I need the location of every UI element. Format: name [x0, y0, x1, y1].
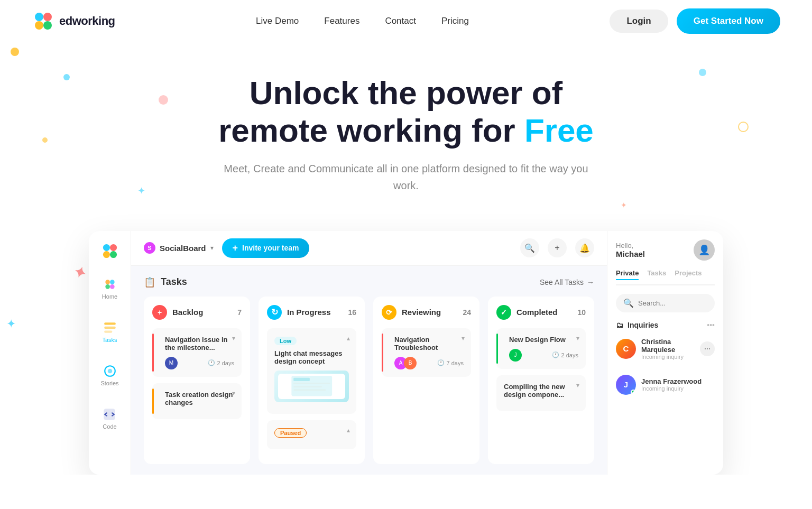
dashboard-preview: Home Tasks Stories	[89, 231, 723, 475]
tasks-header: 📋 Tasks See All Tasks →	[144, 276, 594, 288]
app-header: S SocialBoard ▾ + Invite your team 🔍 + 🔔	[131, 231, 607, 266]
backlog-title: Backlog	[172, 308, 203, 317]
card-avatar: J	[509, 349, 522, 362]
hero-line1: Unlock the power of	[250, 75, 562, 111]
task-card: Compiling the new design compone... ▾	[496, 375, 586, 411]
card-title: Compiling the new design compone...	[504, 383, 578, 399]
notifications-button[interactable]: 🔔	[575, 238, 594, 257]
stories-icon	[103, 364, 117, 378]
panel-hello: Hello,	[616, 242, 645, 249]
contact-name-2: Jenna Frazerwood	[641, 377, 715, 385]
workspace-name: SocialBoard	[160, 244, 206, 253]
kanban-column-completed: ✓ Completed 10 New Design Flow J 🕐	[488, 297, 594, 464]
card-chevron-icon[interactable]: ▴	[347, 427, 350, 434]
reviewing-count: 24	[463, 308, 471, 317]
inquiries-title: 🗂 Inquiries	[616, 321, 658, 329]
hero-line2: remote working for	[218, 112, 524, 149]
inquiry-item: J Jenna Frazerwood Incoming inquiry	[616, 375, 715, 395]
card-chevron-icon[interactable]: ▴	[347, 335, 350, 342]
card-time: 🕐 7 days	[437, 359, 464, 366]
workspace-selector[interactable]: S SocialBoard ▾	[144, 242, 214, 254]
nav-link-features[interactable]: Features	[324, 16, 359, 26]
task-card: Low ▴ Light chat messages design concept	[267, 328, 356, 414]
panel-greeting: Hello, Michael	[616, 242, 645, 258]
tasks-title-text: Tasks	[161, 276, 187, 288]
contact-action-icon-1[interactable]: ⋯	[700, 341, 715, 356]
card-time: 🕐 2 days	[208, 359, 234, 366]
inquiry-avatar-2: J	[616, 375, 636, 395]
card-footer: A B 🕐 7 days	[389, 357, 464, 369]
nav-link-pricing[interactable]: Pricing	[441, 16, 469, 26]
task-card: Paused ▴	[267, 420, 356, 449]
tasks-icon	[103, 321, 117, 335]
svg-point-4	[103, 244, 109, 251]
inprogress-title: In Progress	[287, 308, 331, 317]
sidebar-item-tasks[interactable]: Tasks	[98, 317, 121, 347]
see-all-label: See All Tasks	[540, 278, 584, 286]
inprogress-count: 16	[348, 308, 356, 317]
col-header-inprogress: ↻ In Progress 16	[267, 305, 356, 320]
card-chevron-icon[interactable]: ▾	[462, 335, 465, 342]
hero-free: Free	[524, 112, 594, 149]
inquiries-title-text: Inquiries	[628, 321, 658, 329]
add-button[interactable]: +	[548, 238, 567, 257]
svg-point-8	[105, 280, 110, 284]
card-footer: M 🕐 2 days	[160, 357, 234, 369]
card-avatar-2: B	[404, 357, 417, 369]
sidebar-item-code[interactable]: Code	[98, 403, 121, 434]
card-title: Navigation Troubleshoot	[389, 336, 464, 351]
panel-tab-private[interactable]: Private	[616, 269, 639, 280]
time-label: 7 days	[447, 360, 464, 366]
invite-plus-icon: +	[233, 243, 238, 254]
invite-label: Invite your team	[242, 244, 299, 252]
panel-tab-tasks[interactable]: Tasks	[647, 269, 666, 280]
sidebar-item-home[interactable]: Home	[98, 273, 122, 304]
sidebar-logo-icon	[100, 242, 119, 261]
contact-name-1: Christina Marquiese	[641, 338, 695, 354]
logo[interactable]: edworking	[32, 10, 115, 33]
home-icon	[103, 277, 117, 291]
svg-point-2	[35, 21, 43, 30]
svg-point-1	[43, 13, 52, 21]
card-avatars: A B	[394, 357, 417, 369]
card-chevron-icon[interactable]: ▾	[232, 335, 235, 342]
panel-search[interactable]: 🔍	[616, 294, 715, 312]
inquiries-menu-icon[interactable]: •••	[707, 321, 715, 329]
sidebar-label-code: Code	[103, 423, 116, 430]
login-button[interactable]: Login	[610, 10, 668, 33]
inprogress-col-icon: ↻	[267, 305, 282, 320]
app-sidebar: Home Tasks Stories	[89, 231, 131, 475]
card-chevron-icon[interactable]: ▾	[232, 390, 235, 397]
card-chevron-icon[interactable]: ▾	[576, 335, 579, 342]
panel-tab-projects[interactable]: Projects	[675, 269, 702, 280]
card-title: Task creation design changes	[160, 391, 234, 406]
sidebar-item-stories[interactable]: Stories	[96, 360, 123, 391]
card-title: New Design Flow	[504, 336, 578, 344]
svg-point-3	[43, 21, 52, 30]
time-label: 2 days	[561, 352, 578, 358]
nav-link-livedemo[interactable]: Live Demo	[256, 16, 299, 26]
card-accent	[152, 334, 154, 372]
workspace-chevron-icon: ▾	[210, 244, 214, 252]
nav-link-contact[interactable]: Contact	[385, 16, 416, 26]
svg-point-5	[110, 244, 117, 251]
svg-point-7	[110, 251, 117, 258]
svg-rect-12	[104, 322, 116, 325]
task-card: Navigation Troubleshoot A B 🕐 7 days	[382, 328, 471, 377]
inquiry-item: C Christina Marquiese Incoming inquiry ⋯	[616, 338, 715, 360]
clock-icon: 🕐	[437, 359, 445, 366]
kanban-column-backlog: + Backlog 7 Navigation issue in the mile…	[144, 297, 250, 464]
panel-search-input[interactable]	[638, 299, 707, 307]
nav-actions: Login Get Started Now	[610, 8, 780, 34]
panel-avatar: 👤	[694, 239, 715, 261]
get-started-button[interactable]: Get Started Now	[677, 8, 780, 34]
svg-rect-20	[293, 383, 330, 384]
card-chevron-icon[interactable]: ▾	[576, 382, 579, 389]
clock-icon: 🕐	[208, 359, 215, 366]
completed-title: Completed	[516, 308, 558, 317]
see-all-tasks[interactable]: See All Tasks →	[540, 278, 594, 286]
invite-team-button[interactable]: + Invite your team	[222, 238, 310, 258]
svg-rect-13	[104, 326, 116, 328]
card-accent	[496, 334, 498, 364]
search-button[interactable]: 🔍	[520, 238, 539, 257]
